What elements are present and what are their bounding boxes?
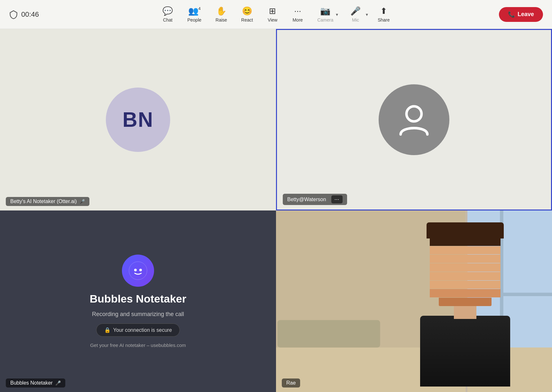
- name-badge-betty: Betty@Waterson ···: [283, 194, 347, 205]
- mic-label: Mic: [352, 17, 359, 23]
- timer-area: 00:46: [9, 10, 39, 19]
- share-icon: ⬆: [380, 6, 387, 16]
- view-button[interactable]: ⊞ View: [261, 4, 284, 25]
- more-button[interactable]: ··· More: [286, 4, 309, 25]
- leave-phone-icon: 📞: [508, 11, 515, 18]
- raise-label: Raise: [216, 17, 227, 23]
- camera-group: 📷 Camera ▾: [311, 4, 339, 25]
- share-label: Share: [378, 17, 390, 23]
- raise-button[interactable]: ✋ Raise: [210, 4, 233, 25]
- pixel-grid: [430, 229, 501, 306]
- rae-person: [404, 216, 526, 387]
- svg-point-0: [407, 106, 422, 121]
- secure-text: Your connection is secure: [113, 327, 172, 333]
- bn-muted-icon: 🎤: [79, 199, 85, 204]
- video-grid: BN Betty's AI Notetaker (Otter.ai) 🎤 Bet…: [0, 29, 552, 392]
- avatar-bn: BN: [106, 88, 170, 152]
- mic-chevron[interactable]: ▾: [364, 9, 369, 20]
- cell-bubbles: Bubbles Notetaker Recording and summariz…: [0, 210, 276, 392]
- cell-rae: Rae: [276, 210, 552, 392]
- mic-icon: 🎤: [350, 6, 361, 16]
- bubbles-name-text: Bubbles Notetaker: [10, 380, 53, 386]
- leave-button[interactable]: 📞 Leave: [499, 7, 543, 22]
- svg-point-2: [134, 269, 137, 271]
- react-button[interactable]: 😊 React: [235, 4, 259, 25]
- bubbles-logo: [122, 255, 154, 287]
- share-button[interactable]: ⬆ Share: [372, 4, 395, 25]
- rae-person-container: [276, 210, 552, 392]
- avatar-betty: [379, 84, 449, 155]
- mic-button[interactable]: 🎤 Mic: [342, 4, 364, 25]
- bubbles-footer: Get your free AI notetaker – usebubbles.…: [90, 342, 186, 348]
- chat-button[interactable]: 💬 Chat: [156, 4, 179, 25]
- leave-label: Leave: [518, 11, 534, 18]
- bubbles-muted-icon: 🎤: [55, 380, 61, 386]
- shield-icon: [9, 10, 18, 19]
- bubbles-subtitle: Recording and summarizing the call: [92, 311, 184, 318]
- topbar: 00:46 💬 Chat 👥4 People ✋ Raise 😊 React ⊞…: [0, 0, 552, 29]
- rae-hair: [427, 222, 504, 238]
- more-icon: ···: [294, 6, 301, 16]
- people-button[interactable]: 👥4 People: [181, 4, 207, 25]
- react-icon: 😊: [242, 6, 252, 16]
- people-label: People: [187, 17, 201, 23]
- cell-betty: Betty@Waterson ···: [276, 29, 552, 210]
- rae-body: [420, 316, 510, 387]
- chat-label: Chat: [163, 17, 173, 23]
- svg-point-3: [139, 269, 142, 271]
- svg-point-1: [129, 262, 147, 280]
- camera-icon: 📷: [320, 6, 330, 16]
- betty-options-button[interactable]: ···: [331, 195, 343, 203]
- secure-badge: 🔒 Your connection is secure: [96, 323, 180, 337]
- rae-room-bg: [276, 210, 552, 392]
- name-badge-rae: Rae: [282, 378, 300, 387]
- more-label: More: [292, 17, 303, 23]
- camera-chevron[interactable]: ▾: [335, 9, 339, 20]
- lock-icon: 🔒: [104, 327, 111, 333]
- people-count: 4: [198, 6, 201, 11]
- view-icon: ⊞: [269, 6, 276, 16]
- right-controls: 📞 Leave: [499, 7, 543, 22]
- timer-display: 00:46: [21, 10, 39, 19]
- cell-bn: BN Betty's AI Notetaker (Otter.ai) 🎤: [0, 29, 276, 210]
- name-badge-bn: Betty's AI Notetaker (Otter.ai) 🎤: [6, 197, 89, 206]
- betty-name-text: Betty@Waterson: [287, 197, 326, 202]
- camera-label: Camera: [317, 17, 333, 23]
- mic-group: 🎤 Mic ▾: [342, 4, 369, 25]
- people-icon: 👥4: [188, 6, 201, 16]
- chat-icon: 💬: [162, 6, 173, 16]
- bubbles-face-icon: [128, 261, 148, 280]
- name-badge-bubbles: Bubbles Notetaker 🎤: [6, 378, 65, 387]
- bubbles-title: Bubbles Notetaker: [90, 293, 186, 305]
- react-label: React: [241, 17, 253, 23]
- rae-head-pixel: [430, 229, 501, 306]
- camera-button[interactable]: 📷 Camera: [311, 4, 335, 25]
- center-controls: 💬 Chat 👥4 People ✋ Raise 😊 React ⊞ View …: [156, 4, 395, 25]
- raise-icon: ✋: [216, 6, 226, 16]
- person-icon: [393, 99, 435, 141]
- bn-name-text: Betty's AI Notetaker (Otter.ai): [10, 199, 77, 204]
- view-label: View: [268, 17, 277, 23]
